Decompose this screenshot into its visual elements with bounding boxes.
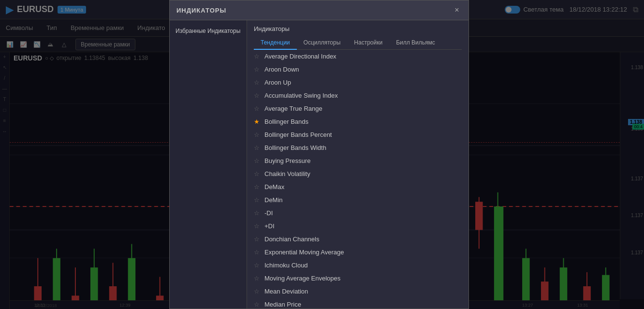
star-icon[interactable]: ☆ — [254, 288, 261, 295]
favorites-panel: Избранные Индикаторы — [170, 20, 247, 309]
settings-icon[interactable]: ⚙ — [456, 301, 462, 308]
add-to-chart-icon[interactable]: ✓ — [448, 53, 453, 60]
add-to-chart-icon[interactable]: ✓ — [448, 210, 453, 217]
add-to-chart-icon[interactable]: ✓ — [448, 158, 453, 164]
modal-body: Избранные Индикаторы Индикаторы Тенденци… — [170, 20, 468, 309]
add-to-chart-icon[interactable]: ✓ — [448, 184, 453, 191]
settings-icon[interactable]: ⚙ — [456, 157, 462, 164]
settings-icon[interactable]: ⚙ — [456, 170, 462, 177]
indicator-item[interactable]: ☆Average Directional Index✓⚙ — [247, 50, 468, 63]
star-icon[interactable]: ☆ — [254, 92, 261, 99]
indicator-item[interactable]: ☆+DI✓⚙ — [247, 220, 468, 233]
indicator-item[interactable]: ☆Buying Pressure✓⚙ — [247, 154, 468, 167]
indicator-item[interactable]: ☆Bollinger Bands Percent✓⚙ — [247, 128, 468, 141]
add-to-chart-icon[interactable]: ✓ — [448, 171, 453, 177]
star-icon[interactable]: ☆ — [254, 209, 261, 217]
indicator-item[interactable]: ☆Moving Average Envelopes✓⚙ — [247, 272, 468, 285]
indicator-name: Accumulative Swing Index — [264, 92, 444, 99]
indicator-name: +DI — [264, 222, 444, 230]
add-to-chart-icon[interactable]: ✓ — [448, 197, 453, 204]
settings-icon[interactable]: ⚙ — [456, 144, 462, 151]
settings-icon[interactable]: ⚙ — [456, 262, 462, 269]
indicator-item[interactable]: ☆Mean Deviation✓⚙ — [247, 285, 468, 298]
add-to-chart-icon[interactable]: ✓ — [448, 275, 453, 282]
settings-icon[interactable]: ⚙ — [456, 249, 462, 256]
settings-icon[interactable]: ⚙ — [456, 79, 462, 86]
add-to-chart-icon[interactable]: ✓ — [448, 105, 453, 112]
indicators-panel: Индикаторы Тенденции Осцилляторы Настрой… — [247, 20, 468, 309]
tabs-container: Тенденции Осцилляторы Настройки Билл Вил… — [254, 36, 462, 50]
settings-icon[interactable]: ⚙ — [456, 183, 462, 191]
indicators-title: Индикаторы — [254, 25, 462, 32]
tab-trends[interactable]: Тенденции — [254, 36, 297, 50]
star-icon[interactable]: ☆ — [254, 275, 261, 282]
star-icon[interactable]: ☆ — [254, 157, 261, 164]
tab-settings[interactable]: Настройки — [347, 36, 389, 50]
star-icon[interactable]: ☆ — [254, 170, 261, 177]
modal-header: ИНДИКАТОРЫ × — [170, 0, 468, 20]
indicator-item[interactable]: ☆Ichimoku Cloud✓⚙ — [247, 259, 468, 272]
indicator-name: Aroon Down — [264, 66, 444, 73]
indicator-item[interactable]: ☆Median Price✓⚙ — [247, 298, 468, 309]
indicator-name: -DI — [264, 209, 444, 217]
star-icon[interactable]: ☆ — [254, 183, 261, 191]
settings-icon[interactable]: ⚙ — [456, 131, 462, 138]
star-icon[interactable]: ☆ — [254, 144, 261, 151]
add-to-chart-icon[interactable]: ✓ — [448, 288, 453, 295]
indicator-name: Moving Average Envelopes — [264, 275, 444, 282]
star-icon[interactable]: ☆ — [254, 262, 261, 269]
add-to-chart-icon[interactable]: ✓ — [448, 145, 453, 151]
star-icon[interactable]: ☆ — [254, 235, 261, 243]
add-to-chart-icon[interactable]: ✓ — [448, 118, 453, 125]
tab-oscillators[interactable]: Осцилляторы — [297, 36, 348, 50]
star-icon[interactable]: ★ — [254, 118, 261, 125]
indicator-item[interactable]: ☆Accumulative Swing Index✓⚙ — [247, 89, 468, 102]
add-to-chart-icon[interactable]: ✓ — [448, 262, 453, 269]
star-icon[interactable]: ☆ — [254, 301, 261, 308]
settings-icon[interactable]: ⚙ — [456, 288, 462, 295]
add-to-chart-icon[interactable]: ✓ — [448, 132, 453, 138]
star-icon[interactable]: ☆ — [254, 66, 261, 73]
indicator-name: Bollinger Bands — [264, 118, 444, 125]
settings-icon[interactable]: ⚙ — [456, 105, 462, 112]
settings-icon[interactable]: ⚙ — [456, 222, 462, 230]
indicator-name: Average Directional Index — [264, 53, 444, 60]
modal-close-button[interactable]: × — [452, 5, 462, 15]
add-to-chart-icon[interactable]: ✓ — [448, 79, 453, 86]
indicator-item[interactable]: ☆Aroon Up✓⚙ — [247, 76, 468, 89]
indicator-item[interactable]: ☆Bollinger Bands Width✓⚙ — [247, 141, 468, 154]
add-to-chart-icon[interactable]: ✓ — [448, 249, 453, 256]
settings-icon[interactable]: ⚙ — [456, 196, 462, 204]
star-icon[interactable]: ☆ — [254, 222, 261, 230]
indicator-item[interactable]: ☆Aroon Down✓⚙ — [247, 63, 468, 76]
settings-icon[interactable]: ⚙ — [456, 235, 462, 243]
add-to-chart-icon[interactable]: ✓ — [448, 92, 453, 99]
add-to-chart-icon[interactable]: ✓ — [448, 223, 453, 230]
settings-icon[interactable]: ⚙ — [456, 66, 462, 73]
star-icon[interactable]: ☆ — [254, 53, 261, 60]
indicator-item[interactable]: ☆Donchian Channels✓⚙ — [247, 233, 468, 246]
settings-icon[interactable]: ⚙ — [456, 118, 462, 125]
star-icon[interactable]: ☆ — [254, 105, 261, 112]
add-to-chart-icon[interactable]: ✓ — [448, 301, 453, 308]
indicator-item[interactable]: ☆DeMax✓⚙ — [247, 180, 468, 193]
star-icon[interactable]: ☆ — [254, 196, 261, 204]
indicator-item[interactable]: ☆Exponential Moving Average✓⚙ — [247, 246, 468, 259]
indicator-name: Buying Pressure — [264, 157, 444, 164]
tab-bill-williams[interactable]: Билл Вильямс — [389, 36, 442, 50]
settings-icon[interactable]: ⚙ — [456, 209, 462, 217]
settings-icon[interactable]: ⚙ — [456, 92, 462, 99]
settings-icon[interactable]: ⚙ — [456, 275, 462, 282]
indicator-item[interactable]: ☆Chaikin Volatility✓⚙ — [247, 167, 468, 180]
add-to-chart-icon[interactable]: ✓ — [448, 66, 453, 73]
settings-icon[interactable]: ⚙ — [456, 53, 462, 60]
star-icon[interactable]: ☆ — [254, 131, 261, 138]
indicator-item[interactable]: ☆-DI✓⚙ — [247, 206, 468, 220]
indicator-item[interactable]: ☆DeMin✓⚙ — [247, 193, 468, 206]
star-icon[interactable]: ☆ — [254, 79, 261, 86]
star-icon[interactable]: ☆ — [254, 249, 261, 256]
favorites-label: Избранные Индикаторы — [176, 28, 240, 34]
indicator-item[interactable]: ☆Average True Range✓⚙ — [247, 102, 468, 115]
indicator-item[interactable]: ★Bollinger Bands✓⚙ — [247, 115, 468, 128]
add-to-chart-icon[interactable]: ✓ — [448, 236, 453, 243]
